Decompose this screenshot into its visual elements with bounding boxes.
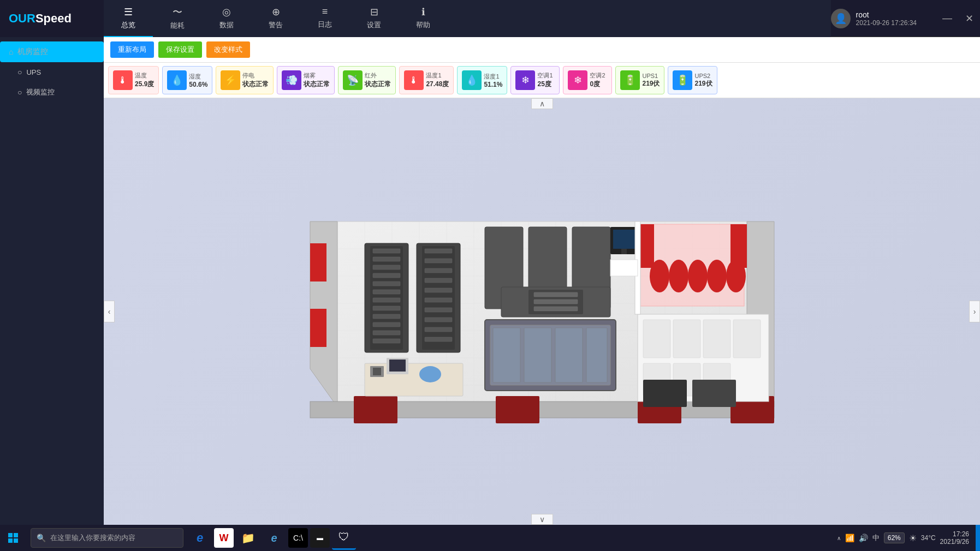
username: root <box>856 10 917 19</box>
sensor-humi1[interactable]: 💧 湿度 50.6% <box>162 66 212 94</box>
sensor-ac1[interactable]: ❄ 空调1 25度 <box>510 66 560 94</box>
minimize-button[interactable]: — <box>936 8 958 29</box>
power-icon: ⚡ <box>221 70 240 90</box>
power-label: 停电 <box>242 71 269 80</box>
scroll-bottom-arrow[interactable]: ∨ <box>531 514 553 525</box>
svg-rect-73 <box>425 327 452 332</box>
sidebar-item-room-monitor[interactable]: ⌂ 机房监控 <box>0 41 104 62</box>
taskbar-app-shield[interactable]: 🛡 <box>332 526 356 550</box>
close-button[interactable]: ✕ <box>958 8 980 29</box>
svg-rect-61 <box>373 331 400 335</box>
ac2-label: 空调2 <box>590 71 605 80</box>
clock-date: 2021/9/26 <box>940 538 969 546</box>
taskbar-app-word[interactable]: W <box>214 528 234 548</box>
svg-rect-69 <box>425 288 452 292</box>
power-info: 停电 状态正常 <box>242 71 269 89</box>
avatar: 👤 <box>831 9 851 28</box>
nav-tab-label-log: 日志 <box>318 20 332 29</box>
nav-tab-label-energy: 能耗 <box>170 21 185 31</box>
energy-icon: 〜 <box>173 5 182 19</box>
svg-rect-54 <box>373 273 400 278</box>
ups1-icon: 🔋 <box>620 70 640 90</box>
sensor-smoke[interactable]: 💨 烟雾 状态正常 <box>277 66 335 94</box>
temp2-value: 27.48度 <box>426 80 449 89</box>
tray-chevron[interactable]: ∧ <box>837 535 841 541</box>
taskbar-app-ie2[interactable]: e <box>262 526 286 550</box>
alert-icon: ⊕ <box>272 6 280 18</box>
ups2-label: UPS2 <box>694 73 712 79</box>
taskbar-app-explorer[interactable]: 📁 <box>236 526 260 550</box>
nav-tab-label-data: 数据 <box>219 20 234 30</box>
sidebar-item-ups[interactable]: ○ UPS <box>0 62 104 82</box>
svg-rect-71 <box>425 308 452 312</box>
svg-rect-43 <box>733 320 761 358</box>
ups2-value: 219伏 <box>694 79 712 88</box>
nav-tab-settings[interactable]: ⊟ 设置 <box>349 0 399 37</box>
ac1-label: 空调1 <box>537 71 553 80</box>
sensor-temp2[interactable]: 🌡 温度1 27.48度 <box>399 66 454 94</box>
save-settings-button[interactable]: 保存设置 <box>158 41 202 58</box>
svg-rect-51 <box>373 249 400 253</box>
sidebar-item-video[interactable]: ○ 视频监控 <box>0 82 104 103</box>
sidebar-item-label-ups: UPS <box>26 68 41 76</box>
svg-rect-41 <box>673 320 700 358</box>
svg-rect-38 <box>310 309 326 347</box>
temp2-icon: 🌡 <box>404 70 424 90</box>
taskbar-search[interactable]: 🔍 在这里输入你要搜索的内容 <box>31 528 183 548</box>
ac1-icon: ❄ <box>515 70 535 90</box>
sensor-humi2[interactable]: 💧 湿度1 51.1% <box>457 66 507 94</box>
sensor-ups1[interactable]: 🔋 UPS1 219伏 <box>615 66 664 94</box>
sidebar-item-label-video: 视频监控 <box>26 87 55 97</box>
start-button[interactable] <box>0 525 26 551</box>
tray-ime[interactable]: 中 <box>872 533 880 543</box>
sensor-ir[interactable]: 📡 红外 状态正常 <box>338 66 396 94</box>
help-icon: ℹ <box>421 6 425 18</box>
scroll-left-arrow[interactable]: ‹ <box>104 301 115 322</box>
svg-rect-90 <box>613 230 635 249</box>
taskbar-system: ∧ 📶 🔊 中 62% ☀ 34°C 17:26 2021/9/26 <box>837 530 976 546</box>
svg-rect-48 <box>692 380 736 407</box>
svg-rect-40 <box>643 320 670 358</box>
svg-point-31 <box>669 260 688 292</box>
taskbar-app-terminal[interactable]: C:\ <box>288 528 308 548</box>
relayout-button[interactable]: 重新布局 <box>110 41 154 58</box>
room-monitor-icon: ⌂ <box>9 47 13 56</box>
svg-rect-25 <box>354 396 397 423</box>
svg-rect-80 <box>493 328 520 382</box>
ac2-value: 0度 <box>590 80 605 89</box>
change-style-button[interactable]: 改变样式 <box>206 41 250 58</box>
taskbar-apps: e W 📁 e C:\ ▬ 🛡 <box>188 526 837 550</box>
svg-rect-68 <box>425 278 452 283</box>
main-layout: ⌂ 机房监控 ○ UPS ○ 视频监控 重新布局 保存设置 改变样式 🌡 <box>0 37 980 525</box>
nav-tab-alert[interactable]: ⊕ 警告 <box>251 0 300 37</box>
windows-icon <box>8 532 19 543</box>
nav-tab-label-overview: 总览 <box>121 20 135 30</box>
scroll-right-arrow[interactable]: › <box>969 301 980 322</box>
svg-rect-86 <box>534 292 578 297</box>
humi2-label: 湿度1 <box>484 73 502 81</box>
video-icon: ○ <box>17 88 22 97</box>
nav-tab-help[interactable]: ℹ 帮助 <box>399 0 448 37</box>
taskbar-app-cmd[interactable]: ▬ <box>310 528 330 548</box>
overview-icon: ☰ <box>124 6 133 18</box>
humi1-label: 湿度 <box>189 73 207 81</box>
sensor-ups2[interactable]: 🔋 UPS2 219伏 <box>668 66 717 94</box>
taskbar-app-ie[interactable]: e <box>188 526 212 550</box>
ir-info: 红外 状态正常 <box>365 71 391 89</box>
svg-rect-56 <box>373 290 400 294</box>
scroll-top-arrow[interactable]: ∧ <box>531 98 553 109</box>
humi2-info: 湿度1 51.1% <box>484 73 502 88</box>
nav-tab-overview[interactable]: ☰ 总览 <box>104 0 153 37</box>
sensor-temp1[interactable]: 🌡 温度 25.9度 <box>108 66 159 94</box>
svg-rect-82 <box>555 328 583 382</box>
nav-tab-energy[interactable]: 〜 能耗 <box>153 0 202 37</box>
ac2-info: 空调2 0度 <box>590 71 605 89</box>
taskbar-end[interactable] <box>976 525 980 551</box>
svg-rect-53 <box>373 265 400 269</box>
nav-tab-log[interactable]: ≡ 日志 <box>300 0 349 37</box>
temp1-icon: 🌡 <box>113 70 133 90</box>
sensor-ac2[interactable]: ❄ 空调2 0度 <box>563 66 612 94</box>
svg-rect-26 <box>496 396 539 423</box>
nav-tab-data[interactable]: ◎ 数据 <box>202 0 251 37</box>
sensor-power[interactable]: ⚡ 停电 状态正常 <box>216 66 274 94</box>
